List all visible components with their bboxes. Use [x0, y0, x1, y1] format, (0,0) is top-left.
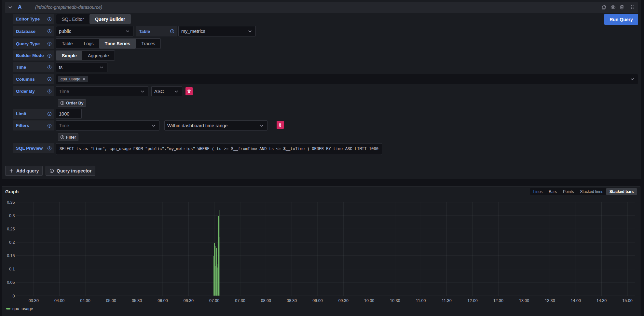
svg-text:06:00: 06:00: [158, 298, 168, 303]
svg-text:09:30: 09:30: [338, 298, 349, 303]
svg-text:04:30: 04:30: [80, 298, 90, 303]
svg-text:0.3: 0.3: [9, 213, 15, 218]
svg-text:0.25: 0.25: [7, 227, 15, 231]
svg-text:11:30: 11:30: [442, 298, 451, 303]
svg-text:04:00: 04:00: [54, 298, 64, 303]
svg-text:0.35: 0.35: [7, 200, 15, 205]
svg-text:10:30: 10:30: [390, 298, 400, 303]
svg-text:08:00: 08:00: [261, 298, 271, 303]
svg-text:14:30: 14:30: [596, 298, 607, 303]
svg-text:07:00: 07:00: [209, 298, 219, 303]
svg-text:13:30: 13:30: [545, 298, 555, 303]
svg-text:06:30: 06:30: [184, 298, 194, 303]
svg-text:12:00: 12:00: [467, 298, 477, 303]
svg-text:0.2: 0.2: [9, 240, 15, 245]
svg-text:0.1: 0.1: [9, 267, 15, 271]
svg-text:0.15: 0.15: [7, 254, 15, 258]
svg-text:10:00: 10:00: [364, 298, 374, 303]
svg-text:11:00: 11:00: [416, 298, 426, 303]
svg-text:03:30: 03:30: [29, 298, 39, 303]
svg-text:15:00: 15:00: [622, 298, 632, 303]
svg-text:0.05: 0.05: [7, 280, 15, 285]
svg-text:05:30: 05:30: [132, 298, 142, 303]
svg-text:14:00: 14:00: [571, 298, 581, 303]
svg-text:09:00: 09:00: [312, 298, 322, 303]
svg-text:05:00: 05:00: [106, 298, 116, 303]
svg-text:08:30: 08:30: [287, 298, 297, 303]
svg-text:12:30: 12:30: [493, 298, 503, 303]
svg-text:0: 0: [13, 294, 15, 298]
svg-text:07:30: 07:30: [235, 298, 245, 303]
svg-text:13:00: 13:00: [519, 298, 529, 303]
